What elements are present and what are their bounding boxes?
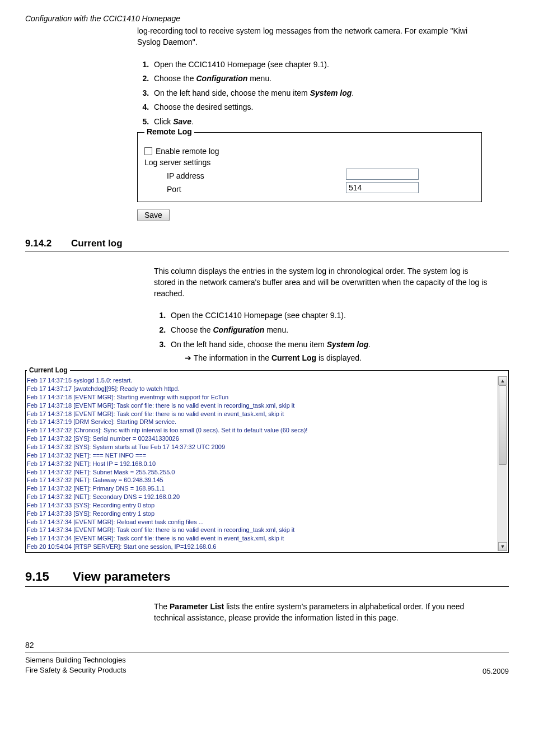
- ip-address-input[interactable]: [346, 169, 419, 180]
- step-item: On the left hand side, choose the menu i…: [168, 339, 492, 351]
- footer-company-1: Siemens Building Technologies: [25, 655, 127, 665]
- menu-name: Configuration: [196, 74, 248, 83]
- parameter-list-bold: Parameter List: [170, 602, 224, 611]
- step-text: .: [368, 340, 371, 349]
- chapter-ref: 9.1: [330, 311, 341, 320]
- menu-item-name: System log: [327, 340, 369, 349]
- chapter-ref: 9.1: [313, 60, 324, 69]
- button-name: Save: [173, 117, 191, 126]
- enable-remote-log-checkbox[interactable]: [144, 147, 152, 155]
- step-item: Choose the Configuration menu.: [151, 73, 492, 85]
- enable-remote-log-label: Enable remote log: [156, 147, 219, 156]
- steps-list-2: Open the CCIC1410 Homepage (see chapter …: [154, 310, 492, 350]
- step-text: Choose the: [154, 74, 196, 83]
- current-log-legend: Current Log: [27, 366, 70, 374]
- scroll-track[interactable]: [498, 385, 507, 542]
- page-number: 82: [25, 641, 509, 650]
- step-text: .: [352, 88, 354, 97]
- menu-item-name: System log: [310, 88, 352, 97]
- result-text: is displayed.: [316, 353, 362, 362]
- scroll-down-icon[interactable]: ▼: [498, 542, 507, 551]
- remote-log-fieldset: Remote Log Enable remote log Log server …: [137, 132, 482, 202]
- page-footer: 82 Siemens Building Technologies Fire Sa…: [25, 641, 509, 675]
- result-text: ➔ The information in the: [185, 353, 271, 362]
- step-text: Click: [154, 117, 173, 126]
- scroll-up-icon[interactable]: ▲: [498, 376, 507, 385]
- step-text: .: [191, 117, 194, 126]
- step-text: Open the CCIC1410 Homepage (see chapter: [171, 311, 330, 320]
- step-text: menu.: [264, 325, 288, 334]
- step-text: On the left hand side, choose the menu i…: [171, 340, 327, 349]
- current-log-text: Feb 17 14:37:15 syslogd 1.5.0: restart. …: [27, 376, 498, 551]
- log-server-settings-label: Log server settings: [144, 158, 475, 167]
- current-log-intro: This column displays the entries in the …: [154, 265, 492, 300]
- port-input[interactable]: [346, 182, 419, 193]
- enable-remote-log-row: Enable remote log: [144, 146, 475, 156]
- current-log-panel: Current Log Feb 17 14:37:15 syslogd 1.5.…: [25, 370, 509, 553]
- step-item: Open the CCIC1410 Homepage (see chapter …: [151, 59, 492, 71]
- step-text: menu.: [247, 74, 271, 83]
- step-text: ).: [341, 311, 346, 320]
- step-text: Choose the: [171, 325, 213, 334]
- view-parameters-intro: The Parameter List lists the entire syst…: [154, 601, 492, 624]
- section-heading-current-log: 9.14.2 Current log: [25, 238, 509, 251]
- footer-date: 05.2009: [483, 667, 509, 675]
- ip-address-label: IP address: [144, 171, 346, 180]
- step-item: On the left hand side, choose the menu i…: [151, 88, 492, 99]
- footer-company-2: Fire Safety & Security Products: [25, 665, 127, 675]
- scrollbar[interactable]: ▲ ▼: [498, 376, 507, 551]
- intro-text: log-recording tool to receive system log…: [137, 25, 492, 48]
- menu-name: Configuration: [213, 325, 265, 334]
- step-item: Open the CCIC1410 Homepage (see chapter …: [168, 310, 492, 321]
- scroll-thumb[interactable]: [499, 385, 507, 465]
- step-text: Open the CCIC1410 Homepage (see chapter: [154, 60, 313, 69]
- section-heading-view-parameters: 9.15 View parameters: [25, 570, 509, 587]
- step-text: ).: [324, 60, 329, 69]
- port-label: Port: [144, 185, 346, 194]
- intro-text: The: [154, 602, 170, 611]
- section-title: View parameters: [73, 570, 170, 584]
- remote-log-legend: Remote Log: [144, 127, 194, 136]
- step-text: On the left hand side, choose the menu i…: [154, 88, 310, 97]
- step-item: Choose the Configuration menu.: [168, 325, 492, 336]
- section-number: 9.14.2: [25, 238, 71, 249]
- result-bold: Current Log: [271, 353, 316, 362]
- result-line: ➔ The information in the Current Log is …: [185, 353, 492, 362]
- save-button[interactable]: Save: [137, 209, 170, 221]
- step-item: Click Save.: [151, 116, 492, 128]
- step-item: Choose the desired settings.: [151, 102, 492, 113]
- section-number: 9.15: [25, 570, 73, 584]
- section-title: Current log: [71, 238, 123, 249]
- steps-list-1: Open the CCIC1410 Homepage (see chapter …: [137, 59, 492, 128]
- page-header: Configuration with the CCIC1410 Homepage: [25, 14, 509, 23]
